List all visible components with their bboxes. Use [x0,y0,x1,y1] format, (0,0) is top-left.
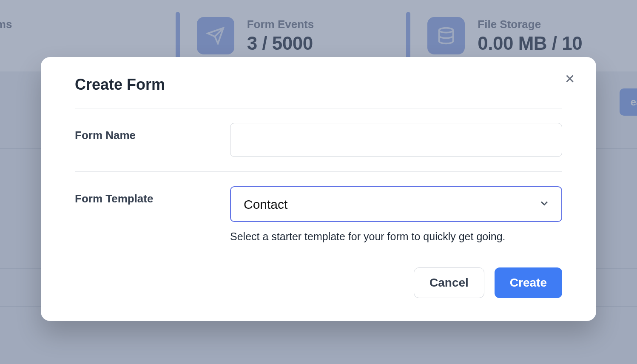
create-button[interactable]: Create [495,267,562,298]
close-icon [563,72,576,86]
form-template-help: Select a starter template for your form … [230,230,562,243]
field-row-form-template: Form Template Contact Select a starter t… [75,172,562,257]
modal-title: Create Form [75,76,562,94]
form-name-input[interactable] [230,123,562,157]
close-button[interactable] [561,71,578,88]
form-name-label: Form Name [75,123,230,142]
form-template-select[interactable]: Contact [230,186,562,222]
field-row-form-name: Form Name [75,108,562,171]
form-template-label: Form Template [75,186,230,205]
create-form-modal: Create Form Form Name Form Template Cont… [41,57,596,321]
modal-overlay[interactable]: Create Form Form Name Form Template Cont… [0,0,637,364]
modal-actions: Cancel Create [75,267,562,298]
cancel-button[interactable]: Cancel [414,267,484,298]
